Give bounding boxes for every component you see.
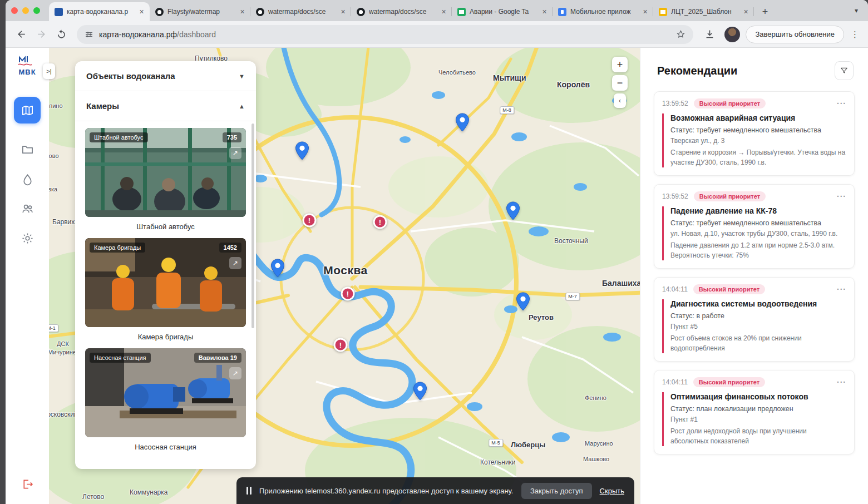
pin-icon [270, 259, 285, 278]
map-pin[interactable] [270, 259, 285, 278]
chevron-down-icon: ▼ [239, 73, 245, 80]
camera-title-chip: Камера бригады [90, 243, 145, 253]
tab-bar: карта-водоканала.р × Flaysty/watermap × … [6, 0, 868, 21]
sidebar-item-map[interactable] [14, 97, 41, 123]
camera-preview-bus[interactable]: Штабной автобус 735 ↗ [85, 128, 246, 217]
card-status: Статус: в работе [670, 312, 846, 320]
sidebar-item-objects[interactable] [14, 136, 41, 162]
tab-close-icon[interactable]: × [338, 7, 348, 17]
camera-count-badge: 735 [223, 132, 241, 142]
map-place-label: Летово [82, 493, 104, 501]
recommendation-card[interactable]: 13:59:52 Высокий приоритет ··· Возможная… [654, 91, 855, 176]
card-timestamp: 14:04:11 [662, 285, 688, 293]
section-cameras-header[interactable]: Камеры ▲ [75, 91, 256, 121]
card-menu-button[interactable]: ··· [837, 378, 846, 387]
map-pin[interactable] [516, 292, 530, 311]
browser-menu-button[interactable]: ⋮ [846, 29, 861, 39]
map-alert-marker[interactable]: ! [303, 214, 317, 228]
forward-button[interactable] [32, 26, 50, 43]
tab-close-icon[interactable]: × [439, 7, 448, 17]
tab-title: Flaysty/watermap [167, 8, 234, 16]
gear-icon [21, 232, 34, 245]
camera-preview-crew[interactable]: Камера бригады 1452 ↗ [85, 238, 246, 327]
recommendation-card[interactable]: 14:04:11 Высокий приоритет ··· Оптимизац… [654, 370, 855, 454]
tab-karta-vodokanala[interactable]: карта-водоканала.р × [49, 2, 150, 21]
map-controls-collapse-button[interactable]: ‹ [614, 93, 626, 108]
camera-card-bus: Штабной автобус 735 ↗ Штабной автобус [85, 128, 246, 238]
panel-collapse-button[interactable]: >| [43, 63, 55, 79]
site-settings-icon[interactable] [85, 30, 93, 39]
minimize-window-button[interactable] [22, 7, 29, 14]
camera-preview-pump-station[interactable]: Насосная станция Вавилова 19 ↗ [85, 348, 246, 437]
expand-icon[interactable]: ↗ [229, 147, 241, 159]
map-alert-marker[interactable]: ! [334, 338, 348, 352]
recommendation-card[interactable]: 14:04:11 Высокий приоритет ··· Диагности… [654, 277, 855, 362]
map-viewport[interactable]: ПутилковоЧелобитьевоМытищиКоролёвВосточн… [49, 48, 640, 504]
screen-share-pause-icon [246, 487, 251, 495]
sidebar-item-teams[interactable] [14, 195, 41, 222]
road-number-badge: М-5 [489, 439, 503, 447]
url-text: карта-водоканала.рф/dashboard [99, 30, 216, 39]
reload-button[interactable] [52, 26, 70, 43]
profile-avatar[interactable] [724, 27, 740, 42]
map-place-label: Балашиха [602, 279, 640, 288]
filter-button[interactable] [835, 61, 854, 80]
expand-icon[interactable]: ↗ [229, 257, 241, 269]
map-pin[interactable] [506, 201, 520, 220]
tab-close-icon[interactable]: × [137, 7, 146, 17]
zoom-out-button[interactable]: − [612, 75, 628, 91]
tab-google-sheets-avarii[interactable]: Аварии - Google Ta × [452, 2, 553, 21]
map-pin[interactable] [413, 382, 427, 401]
panel-scrollbar[interactable] [251, 123, 254, 328]
fullscreen-window-button[interactable] [33, 7, 40, 14]
tab-github-watermap[interactable]: Flaysty/watermap × [150, 2, 250, 21]
map-place-label: Котельники [480, 458, 516, 466]
mvk-logo[interactable]: МВК [13, 55, 41, 76]
pin-icon [413, 382, 427, 401]
tab-close-icon[interactable]: × [238, 7, 247, 17]
tab-mobile-app[interactable]: Мобильное прилож × [553, 2, 653, 21]
back-button[interactable] [12, 26, 30, 43]
bookmark-star-button[interactable] [676, 29, 685, 39]
map-place-label: овка [49, 186, 57, 192]
finish-update-button[interactable]: Завершить обновление [746, 26, 844, 43]
tab-github-docs-1[interactable]: watermap/docs/sce × [250, 2, 351, 21]
address-bar[interactable]: карта-водоканала.рф/dashboard [77, 25, 693, 44]
tab-close-icon[interactable]: × [741, 7, 751, 17]
tab-title: watermap/docs/sce [268, 8, 334, 16]
tab-close-icon[interactable]: × [640, 7, 650, 17]
pin-icon [516, 292, 530, 311]
close-window-button[interactable] [11, 7, 18, 14]
tab-github-docs-2[interactable]: watermap/docs/sce × [351, 2, 452, 21]
new-tab-button[interactable]: + [757, 4, 773, 19]
logout-icon [21, 478, 34, 491]
tab-close-icon[interactable]: × [540, 7, 549, 17]
users-icon [21, 202, 34, 215]
map-alert-marker[interactable]: ! [373, 215, 387, 229]
stop-sharing-button[interactable]: Закрыть доступ [521, 483, 592, 499]
card-menu-button[interactable]: ··· [837, 285, 846, 294]
map-pin[interactable] [295, 141, 309, 160]
sidebar-logout-button[interactable] [14, 471, 41, 497]
card-menu-button[interactable]: ··· [837, 192, 846, 201]
card-status: Статус: план локализации предложен [670, 405, 846, 413]
section-objects-header[interactable]: Объекты водоканала ▼ [75, 61, 256, 91]
expand-icon[interactable]: ↗ [229, 367, 241, 379]
downloads-button[interactable] [700, 25, 719, 44]
sidebar-item-settings[interactable] [14, 225, 41, 251]
zoom-in-button[interactable]: + [612, 57, 628, 72]
card-menu-button[interactable]: ··· [837, 99, 846, 108]
map-place-label: ДСК [57, 340, 69, 347]
camera-location-badge: Вавилова 19 [194, 353, 241, 363]
recommendation-card[interactable]: 13:59:52 Высокий приоритет ··· Падение д… [654, 184, 855, 269]
macos-traffic-lights [6, 0, 49, 21]
card-location: Пункт #1 [670, 416, 846, 423]
map-alert-marker[interactable]: ! [341, 287, 355, 301]
hide-notification-link[interactable]: Скрыть [600, 487, 624, 495]
camera-caption: Камера бригады [85, 327, 246, 348]
tab-lct-template[interactable]: ЛЦТ_2025_Шаблон × [653, 2, 754, 21]
sidebar-item-water[interactable] [14, 166, 41, 192]
camera-count-badge: 1452 [219, 243, 241, 253]
map-pin[interactable] [455, 113, 470, 132]
tab-search-chevron-icon[interactable]: ▾ [849, 3, 864, 18]
